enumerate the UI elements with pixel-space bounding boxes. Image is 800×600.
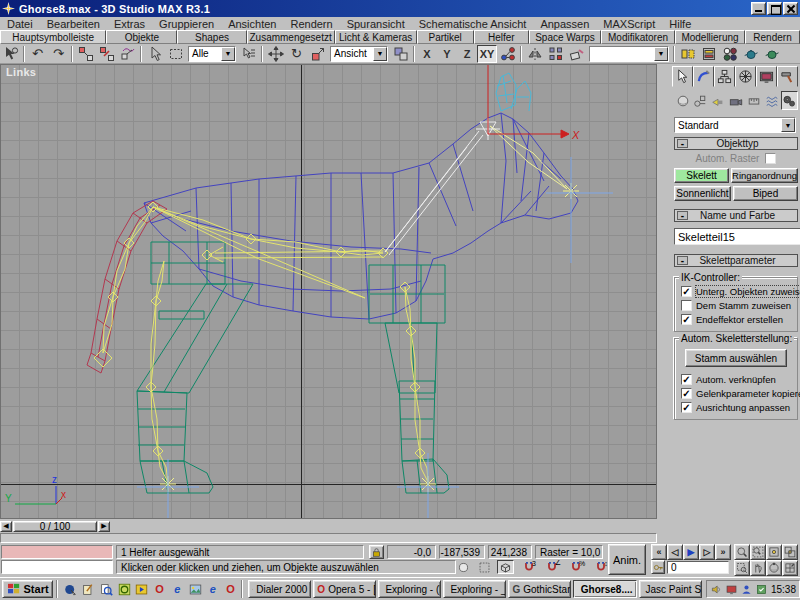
- selection-region-icon[interactable]: [165, 45, 186, 63]
- task-gothicstarter[interactable]: GGothicStarter...: [508, 580, 571, 598]
- tab-modellierung[interactable]: Modellierung: [675, 30, 745, 44]
- tab-hauptsymbolleiste[interactable]: Hauptsymbolleiste: [0, 30, 106, 44]
- category-lights-icon[interactable]: [710, 91, 727, 110]
- rollout-objekttyp[interactable]: -Objekttyp: [674, 137, 798, 150]
- percent-snap-icon[interactable]: %: [569, 560, 586, 574]
- category-geometry-icon[interactable]: [674, 91, 691, 110]
- go-to-start-button[interactable]: «: [651, 544, 667, 560]
- menu-maxscript[interactable]: MAXScript: [596, 18, 662, 30]
- ik-toggle-icon[interactable]: [497, 45, 518, 63]
- category-spacewarps-icon[interactable]: [763, 91, 780, 110]
- tray-display-icon[interactable]: [725, 583, 738, 596]
- checkbox-unchecked[interactable]: [681, 300, 692, 311]
- tab-partikel[interactable]: Partikel: [417, 30, 474, 44]
- region-zoom-icon[interactable]: [734, 560, 750, 576]
- quick-render-teapot-icon[interactable]: [761, 45, 782, 63]
- menu-gruppieren[interactable]: Gruppieren: [152, 18, 221, 30]
- frame-back-button[interactable]: ◀: [0, 521, 12, 532]
- viewport-links[interactable]: X z Y x: [0, 64, 657, 519]
- menu-spuransicht[interactable]: Spuransicht: [340, 18, 412, 30]
- tab-motion-icon[interactable]: [735, 66, 756, 87]
- select-object-icon[interactable]: [144, 45, 165, 63]
- category-helpers-icon[interactable]: [745, 91, 762, 110]
- frame-forward-button[interactable]: ▶: [98, 521, 110, 532]
- time-slider-handle[interactable]: 0 / 100: [13, 521, 97, 532]
- collapse-icon[interactable]: -: [677, 139, 688, 148]
- go-to-end-button[interactable]: »: [715, 544, 731, 560]
- angle-snap-icon[interactable]: ∠: [545, 560, 562, 574]
- category-cameras-icon[interactable]: [727, 91, 744, 110]
- task-jasc-paint[interactable]: Jasc Paint S...: [639, 580, 702, 598]
- maxscript-mini-listener-white[interactable]: [1, 560, 113, 574]
- quicklaunch-desktop-icon[interactable]: [63, 581, 79, 597]
- pan-hand-icon[interactable]: [750, 560, 766, 576]
- arc-rotate-icon[interactable]: [766, 560, 782, 576]
- tray-user-icon[interactable]: [740, 583, 753, 596]
- quicklaunch-notes-icon[interactable]: [81, 581, 97, 597]
- zoom-extents-icon[interactable]: [766, 544, 782, 560]
- tab-display-icon[interactable]: [756, 66, 777, 87]
- tab-hierarchy-icon[interactable]: [714, 66, 735, 87]
- menu-extras[interactable]: Extras: [107, 18, 152, 30]
- tab-space-warps[interactable]: Space Warps: [529, 30, 601, 44]
- mirror-icon[interactable]: [524, 45, 545, 63]
- skelett-button[interactable]: Skelett: [674, 168, 729, 183]
- task-exploring-f[interactable]: Exploring - (F:): [378, 580, 441, 598]
- tab-modify-icon[interactable]: [693, 66, 714, 87]
- title-bar[interactable]: Ghorse8.max - 3D Studio MAX R3.1: [0, 0, 800, 17]
- category-systems-icon[interactable]: [781, 91, 798, 110]
- system-type-dropdown[interactable]: Standard▼: [674, 117, 796, 133]
- chk-gelenk-label[interactable]: Gelenkparameter kopieren: [696, 388, 800, 399]
- menu-bearbeiten[interactable]: Bearbeiten: [40, 18, 107, 30]
- quicklaunch-mediaplayer-icon[interactable]: [134, 581, 150, 597]
- snap-3d-cube-icon[interactable]: [497, 560, 514, 574]
- viewport-label[interactable]: Links: [6, 66, 36, 78]
- tab-zusammengesetzt[interactable]: Zusammengesetzt: [247, 30, 335, 44]
- menu-datei[interactable]: Datei: [0, 18, 40, 30]
- object-name-input[interactable]: [674, 228, 800, 245]
- help-mode-icon[interactable]: [0, 45, 21, 63]
- link-icon[interactable]: [75, 45, 96, 63]
- tab-helfer[interactable]: Helfer: [474, 30, 529, 44]
- move-icon[interactable]: [265, 45, 286, 63]
- render-scene-teapot-icon[interactable]: [740, 45, 761, 63]
- zoom-icon[interactable]: [734, 544, 750, 560]
- quicklaunch-search-icon[interactable]: [99, 581, 115, 597]
- checkbox-checked[interactable]: ✓: [681, 374, 692, 385]
- material-editor-icon[interactable]: [719, 45, 740, 63]
- chk-verknuepfen-label[interactable]: Autom. verknüpfen: [696, 374, 776, 385]
- restrict-x-button[interactable]: X: [417, 45, 437, 63]
- track-bar[interactable]: [0, 533, 657, 543]
- animate-button[interactable]: Anim.: [608, 544, 646, 575]
- stamm-auswaehlen-button[interactable]: Stamm auswählen: [685, 349, 787, 367]
- checkbox-checked[interactable]: ✓: [681, 286, 692, 297]
- task-dialer-2000[interactable]: Dialer 2000: [248, 580, 311, 598]
- tab-create-icon[interactable]: [672, 66, 693, 87]
- menu-schematische-ansicht[interactable]: Schematische Ansicht: [412, 18, 534, 30]
- selection-region-mode-icon[interactable]: [476, 560, 493, 574]
- rollout-name-farbe[interactable]: -Name und Farbe: [674, 209, 798, 222]
- redo-icon[interactable]: ↷: [48, 45, 69, 63]
- min-max-toggle-icon[interactable]: [782, 560, 798, 576]
- tab-licht-kameras[interactable]: Licht & Kameras: [335, 30, 417, 44]
- tab-modifikatoren[interactable]: Modifikatoren: [601, 30, 675, 44]
- tab-shapes[interactable]: Shapes: [177, 30, 246, 44]
- tray-scheduler-icon[interactable]: [755, 583, 768, 596]
- zoom-all-icon[interactable]: [750, 544, 766, 560]
- autogrid-checkbox[interactable]: [765, 153, 776, 164]
- restrict-y-button[interactable]: Y: [437, 45, 457, 63]
- undo-icon[interactable]: ↶: [27, 45, 48, 63]
- next-frame-button[interactable]: ▷: [699, 544, 715, 560]
- dropdown-arrow-icon[interactable]: ▼: [221, 47, 235, 61]
- menu-rendern[interactable]: Rendern: [283, 18, 339, 30]
- scale-icon[interactable]: [307, 45, 328, 63]
- chk-stamm-label[interactable]: Dem Stamm zuweisen: [696, 300, 791, 311]
- use-center-icon[interactable]: [390, 45, 411, 63]
- collapse-icon[interactable]: -: [677, 211, 688, 220]
- menu-anpassen[interactable]: Anpassen: [533, 18, 596, 30]
- start-button[interactable]: Start: [2, 580, 53, 598]
- restrict-z-button[interactable]: Z: [457, 45, 477, 63]
- snap-toggle-icon[interactable]: 3: [521, 560, 538, 574]
- array-icon[interactable]: [545, 45, 566, 63]
- chk-ausrichtung-label[interactable]: Ausrichtung anpassen: [696, 402, 790, 413]
